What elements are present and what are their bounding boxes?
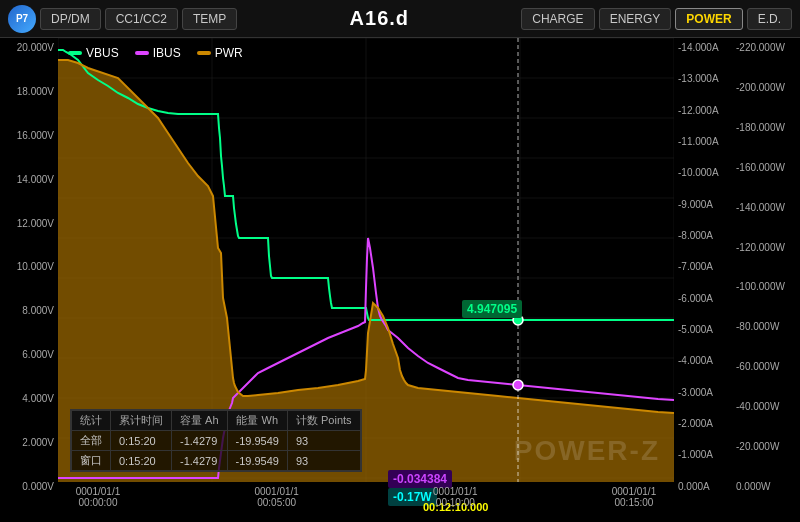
stats-row-window: 窗口 0:15:20 -1.4279 -19.9549 93 <box>72 451 361 471</box>
legend-pwr: PWR <box>197 46 243 60</box>
y-axis-right-amps: -14.000A -13.000A -12.000A -11.000A -10.… <box>674 38 732 522</box>
stats-row-all: 全部 0:15:20 -1.4279 -19.9549 93 <box>72 431 361 451</box>
stats-header-4: 计数 Points <box>287 411 360 431</box>
stats-header-3: 能量 Wh <box>227 411 287 431</box>
y-axis-right-watts: -220.000W -200.000W -180.000W -160.000W … <box>732 38 800 522</box>
stats-window-capacity: -1.4279 <box>172 451 228 471</box>
vbus-color-swatch <box>68 51 82 55</box>
y-left-7: 6.000V <box>0 349 58 360</box>
top-nav: P7 DP/DM CC1/CC2 TEMP A16.d CHARGE ENERG… <box>0 0 800 38</box>
svg-point-19 <box>513 380 523 390</box>
x-label-0: 0001/01/1 00:00:00 <box>58 486 138 508</box>
stats-header-2: 容量 Ah <box>172 411 228 431</box>
y-left-2: 16.000V <box>0 130 58 141</box>
x-label-3: 0001/01/1 00:15:00 <box>594 486 674 508</box>
stats-window-label: 窗口 <box>72 451 111 471</box>
legend-vbus-label: VBUS <box>86 46 119 60</box>
ibus-color-swatch <box>135 51 149 55</box>
y-left-9: 2.000V <box>0 437 58 448</box>
y-left-10: 0.000V <box>0 481 58 492</box>
stats-all-capacity: -1.4279 <box>172 431 228 451</box>
y-axis-left: 20.000V 18.000V 16.000V 14.000V 12.000V … <box>0 38 58 522</box>
legend-ibus: IBUS <box>135 46 181 60</box>
stats-window-time: 0:15:20 <box>111 451 172 471</box>
stats-window-energy: -19.9549 <box>227 451 287 471</box>
stats-all-points: 93 <box>287 431 360 451</box>
watermark: POWER-Z <box>514 435 660 467</box>
y-left-3: 14.000V <box>0 174 58 185</box>
y-left-0: 20.000V <box>0 42 58 53</box>
logo-text: P7 <box>16 13 28 24</box>
logo[interactable]: P7 <box>8 5 36 33</box>
pwr-color-swatch <box>197 51 211 55</box>
vbus-callout: 4.947095 <box>462 300 522 318</box>
chart-legend: VBUS IBUS PWR <box>68 46 243 60</box>
x-axis: 0001/01/1 00:00:00 0001/01/1 00:05:00 00… <box>58 482 674 522</box>
y-left-8: 4.000V <box>0 393 58 404</box>
stats-table: 统计 累计时间 容量 Ah 能量 Wh 计数 Points 全部 0:15:20… <box>70 409 362 472</box>
legend-pwr-label: PWR <box>215 46 243 60</box>
nav-energy-button[interactable]: ENERGY <box>599 8 672 30</box>
y-left-6: 8.000V <box>0 305 58 316</box>
stats-window-points: 93 <box>287 451 360 471</box>
nav-ed-button[interactable]: E.D. <box>747 8 792 30</box>
stats-all-time: 0:15:20 <box>111 431 172 451</box>
nav-cc-button[interactable]: CC1/CC2 <box>105 8 178 30</box>
stats-header-1: 累计时间 <box>111 411 172 431</box>
vbus-value: 4.947095 <box>467 302 517 316</box>
chart-container: 20.000V 18.000V 16.000V 14.000V 12.000V … <box>0 38 800 522</box>
nav-dp-dm-button[interactable]: DP/DM <box>40 8 101 30</box>
stats-all-label: 全部 <box>72 431 111 451</box>
stats-header-0: 统计 <box>72 411 111 431</box>
nav-power-button[interactable]: POWER <box>675 8 742 30</box>
x-label-2: 0001/01/1 00:10:00 <box>415 486 495 508</box>
y-left-1: 18.000V <box>0 86 58 97</box>
x-label-1: 0001/01/1 00:05:00 <box>237 486 317 508</box>
chart-title: A16.d <box>241 7 517 30</box>
y-left-4: 12.000V <box>0 218 58 229</box>
legend-ibus-label: IBUS <box>153 46 181 60</box>
nav-temp-button[interactable]: TEMP <box>182 8 237 30</box>
nav-charge-button[interactable]: CHARGE <box>521 8 594 30</box>
legend-vbus: VBUS <box>68 46 119 60</box>
y-left-5: 10.000V <box>0 261 58 272</box>
stats-all-energy: -19.9549 <box>227 431 287 451</box>
